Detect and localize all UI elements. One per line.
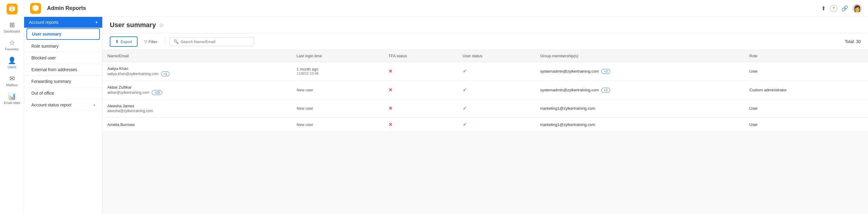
favorite-star-icon[interactable]: ☆ bbox=[159, 22, 164, 28]
cell-last-login: New user bbox=[292, 118, 384, 132]
user-name: Amelia Burrows bbox=[107, 122, 287, 127]
nav-item-external-from[interactable]: External from addresses bbox=[24, 64, 102, 75]
export-button[interactable]: ⬆ Export bbox=[110, 36, 137, 47]
content-area: Account reports ▾ User summary Role summ… bbox=[24, 17, 868, 214]
group-name: systemadmin@zylkertraining.com bbox=[540, 69, 599, 73]
login-date: 11/8/22 10:46 bbox=[297, 71, 379, 75]
upload-icon[interactable]: ⬆ bbox=[821, 5, 826, 12]
cell-tfa-status: ✕ bbox=[384, 81, 458, 99]
sidebar-item-email-stats[interactable]: 📊 Email stats bbox=[0, 90, 24, 107]
total-count: Total: 30 bbox=[845, 39, 861, 44]
x-icon: ✕ bbox=[389, 69, 392, 74]
check-icon: ✓ bbox=[463, 87, 467, 93]
user-email: aleesha@zylkertraining.com bbox=[107, 109, 287, 113]
group-name: systemadmin@zylkertraining.com bbox=[540, 88, 599, 92]
cell-tfa-status: ✕ bbox=[384, 99, 458, 118]
user-name: Akbar Zulfikar bbox=[107, 85, 287, 90]
nav-item-account-status[interactable]: Account status report › bbox=[24, 99, 102, 111]
header-bar: Admin Reports ⬆ ? 🔗 👩 bbox=[24, 0, 868, 17]
col-role: Role bbox=[745, 50, 868, 62]
cell-name-email: Aaliya Khanaaliya.khan@zylkertraining.co… bbox=[102, 62, 292, 81]
cell-last-login: 1 month ago11/8/22 10:46 bbox=[292, 62, 384, 81]
cell-role: Custom administrator bbox=[745, 81, 868, 99]
cell-tfa-status: ✕ bbox=[384, 118, 458, 132]
sidebar-item-users[interactable]: 👤 Users bbox=[0, 54, 24, 71]
user-table: Name/Email Last login time TFA status Us… bbox=[102, 50, 868, 132]
search-icon: 🔍 bbox=[174, 39, 179, 44]
user-name: Aleesha James bbox=[107, 104, 287, 108]
help-icon[interactable]: ? bbox=[830, 5, 837, 12]
cell-group-membership: marketing1@zylkertraining.com bbox=[535, 118, 745, 132]
users-icon: 👤 bbox=[8, 57, 16, 64]
cell-role: User bbox=[745, 62, 868, 81]
sidebar-item-favorites[interactable]: ☆ Favorites bbox=[0, 36, 24, 54]
sidebar-item-dashboard-label: Dashboard bbox=[4, 30, 20, 33]
nav-section-account-reports[interactable]: Account reports ▾ bbox=[24, 17, 102, 28]
main-content: User summary ☆ ⬆ Export ▽ Filter 🔍 To bbox=[102, 17, 868, 214]
col-name-email: Name/Email bbox=[102, 50, 292, 62]
search-box: 🔍 bbox=[169, 37, 254, 46]
table-row: Akbar Zulfikarakbar@zylkertraining.com +… bbox=[102, 81, 868, 99]
header-logo bbox=[30, 3, 41, 14]
sidebar-item-email-stats-label: Email stats bbox=[4, 101, 20, 105]
group-name: marketing1@zylkertraining.com bbox=[540, 122, 595, 127]
table-container: Name/Email Last login time TFA status Us… bbox=[102, 50, 868, 214]
check-icon: ✓ bbox=[463, 106, 467, 111]
page-header: User summary ☆ bbox=[102, 17, 868, 33]
avatar[interactable]: 👩 bbox=[852, 4, 862, 13]
filter-button[interactable]: ▽ Filter bbox=[141, 37, 161, 46]
cell-role: User bbox=[745, 118, 868, 132]
nav-item-user-summary[interactable]: User summary bbox=[27, 28, 100, 40]
favorites-icon: ☆ bbox=[9, 39, 15, 46]
filter-icon: ▽ bbox=[144, 39, 147, 44]
email-badge: +29 bbox=[152, 90, 162, 95]
sidebar-item-favorites-label: Favorites bbox=[5, 47, 19, 51]
dashboard-icon: ⊞ bbox=[9, 22, 15, 28]
check-icon: ✓ bbox=[463, 69, 467, 74]
nav-panel: Account reports ▾ User summary Role summ… bbox=[24, 17, 102, 214]
cell-group-membership: marketing1@zylkertraining.com bbox=[535, 99, 745, 118]
chevron-down-icon: ▾ bbox=[96, 20, 97, 24]
cell-tfa-status: ✕ bbox=[384, 62, 458, 81]
table-row: Amelia BurrowsNew user✕✓marketing1@zylke… bbox=[102, 118, 868, 132]
cell-name-email: Akbar Zulfikarakbar@zylkertraining.com +… bbox=[102, 81, 292, 99]
login-time: New user bbox=[297, 106, 379, 111]
group-name: marketing1@zylkertraining.com bbox=[540, 106, 595, 111]
sidebar-item-dashboard[interactable]: ⊞ Dashboard bbox=[0, 19, 24, 36]
x-icon: ✕ bbox=[389, 106, 392, 111]
col-group-membership: Group membership(s) bbox=[535, 50, 745, 62]
toolbar: ⬆ Export ▽ Filter 🔍 Total: 30 bbox=[102, 33, 868, 50]
sidebar-nav: ⊞ Dashboard ☆ Favorites 👤 Users ✉ Mailbo… bbox=[0, 19, 24, 107]
x-icon: ✕ bbox=[389, 87, 392, 93]
main-wrapper: Admin Reports ⬆ ? 🔗 👩 Account reports ▾ … bbox=[24, 0, 868, 214]
nav-item-role-summary[interactable]: Role summary bbox=[24, 40, 102, 52]
group-badge: +3 bbox=[601, 69, 610, 74]
nav-item-blocked-user[interactable]: Blocked user bbox=[24, 52, 102, 64]
cell-last-login: New user bbox=[292, 81, 384, 99]
nav-item-forwarding-summary[interactable]: Forwarding summary bbox=[24, 75, 102, 87]
arrow-right-icon: › bbox=[93, 102, 95, 107]
check-icon: ✓ bbox=[463, 122, 467, 127]
sidebar-item-mailbox[interactable]: ✉ Mailbox bbox=[0, 72, 24, 90]
cell-name-email: Amelia Burrows bbox=[102, 118, 292, 132]
group-badge: +2 bbox=[601, 88, 610, 93]
login-time: New user bbox=[297, 88, 379, 92]
user-name: Aaliya Khan bbox=[107, 66, 287, 71]
mailbox-icon: ✉ bbox=[9, 75, 15, 82]
export-icon: ⬆ bbox=[115, 39, 119, 44]
cell-user-status: ✓ bbox=[458, 62, 535, 81]
nav-section-title: Account reports bbox=[29, 20, 59, 25]
col-last-login: Last login time bbox=[292, 50, 384, 62]
col-user-status: User status bbox=[458, 50, 535, 62]
sidebar-item-users-label: Users bbox=[7, 65, 16, 69]
cell-name-email: Aleesha Jamesaleesha@zylkertraining.com bbox=[102, 99, 292, 118]
share-icon[interactable]: 🔗 bbox=[841, 5, 848, 12]
nav-item-out-of-office[interactable]: Out of office bbox=[24, 87, 102, 99]
user-email: aaliya.khan@zylkertraining.com +1 bbox=[107, 71, 287, 76]
cell-user-status: ✓ bbox=[458, 99, 535, 118]
cell-last-login: New user bbox=[292, 99, 384, 118]
search-input[interactable] bbox=[180, 39, 250, 44]
cell-group-membership: systemadmin@zylkertraining.com +3 bbox=[535, 62, 745, 81]
cell-user-status: ✓ bbox=[458, 118, 535, 132]
email-badge: +1 bbox=[161, 71, 170, 76]
